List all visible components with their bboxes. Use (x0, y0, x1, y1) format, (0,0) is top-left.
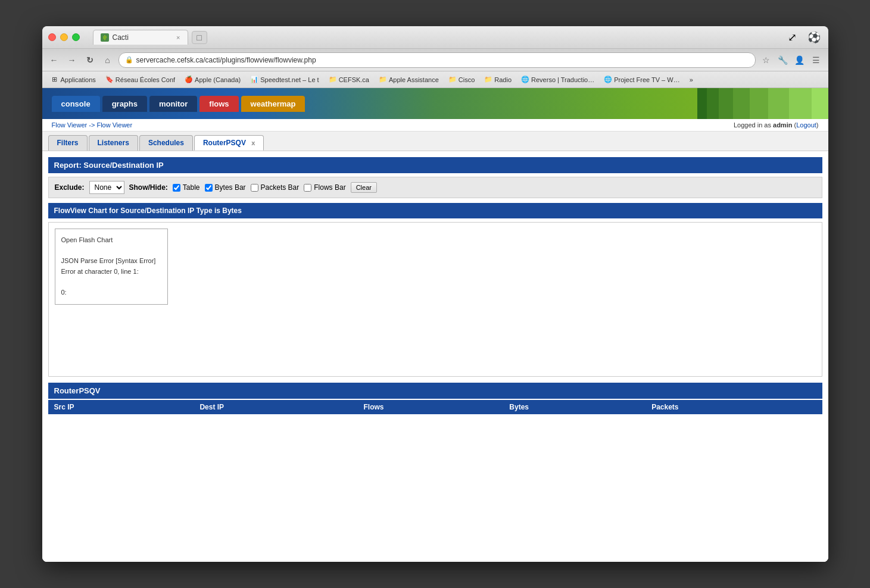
bookmark-cefsk[interactable]: 📁 CEFSK.ca (325, 74, 373, 85)
extension-icon[interactable]: 🔧 (776, 53, 790, 67)
bookmark-speedtest[interactable]: 📊 Speedtest.net – Le t (247, 74, 322, 85)
expand-icon[interactable]: ⤢ (784, 29, 801, 46)
cacti-header: console graphs monitor flows weathermap (42, 88, 828, 119)
tab-schedules[interactable]: Schedules (139, 135, 193, 151)
flash-line6: 0: (61, 287, 161, 298)
cacti-nav: console graphs monitor flows weathermap (52, 96, 305, 112)
new-tab-button[interactable]: □ (192, 31, 207, 44)
nav-monitor[interactable]: monitor (149, 96, 197, 112)
bytes-bar-checkbox-label[interactable]: Bytes Bar (205, 183, 246, 192)
bookmark-reseau[interactable]: 🔖 Réseau Écoles Conf (102, 74, 179, 85)
col-dest-ip: Dest IP (194, 400, 357, 414)
table-checkbox[interactable] (173, 184, 180, 192)
speedtest-icon: 📊 (250, 76, 258, 84)
exclude-label: Exclude: (55, 183, 85, 192)
nav-flows[interactable]: flows (199, 96, 238, 112)
header-decoration (697, 88, 828, 119)
menu-icon[interactable]: ☰ (809, 53, 824, 67)
exclude-select[interactable]: None (89, 181, 124, 194)
lock-icon: 🔒 (125, 56, 133, 64)
flash-line3: JSON Parse Error [Syntax Error] (61, 256, 161, 267)
url-text[interactable]: servercache.cefsk.ca/cacti/plugins/flowv… (136, 56, 316, 64)
address-bar-input[interactable]: 🔒 servercache.cefsk.ca/cacti/plugins/flo… (119, 52, 756, 68)
bookmark-label: Apple (Canada) (195, 76, 241, 83)
flows-bar-checkbox[interactable] (304, 184, 311, 192)
address-right-icons: ☆ 🔧 👤 ☰ (759, 53, 824, 67)
report-header: Report: Source/Destination IP (48, 157, 822, 173)
star-icon[interactable]: ☆ (759, 53, 774, 67)
table-section-header: RouterPSQV (48, 383, 822, 399)
applications-icon: ⊞ (51, 76, 59, 84)
home-button[interactable]: ⌂ (101, 53, 115, 67)
bookmark-label: Apple Assistance (389, 76, 439, 83)
reseau-icon: 🔖 (105, 76, 114, 84)
tab-close-icon[interactable]: × (176, 34, 180, 41)
packets-bar-checkbox[interactable] (251, 184, 258, 192)
bookmark-label: Applications (61, 76, 96, 83)
table-checkbox-label[interactable]: Table (173, 183, 200, 192)
browser-window: 🌵 Cacti × □ ⤢ ⚽ ← → ↻ ⌂ 🔒 servercache.ce… (42, 26, 828, 562)
bookmark-more[interactable]: » (686, 75, 697, 85)
col-src-ip: Src IP (48, 400, 194, 414)
bookmark-cisco[interactable]: 📁 Cisco (445, 74, 479, 85)
filter-bar: Exclude: None Show/Hide: Table Bytes Bar… (48, 177, 822, 198)
nav-console[interactable]: console (52, 96, 100, 112)
title-right-controls: ⤢ ⚽ (784, 29, 822, 46)
flash-line4: Error at character 0, line 1: (61, 267, 161, 277)
tab-routerpsqv[interactable]: RouterPSQV x (194, 135, 264, 151)
page-tab-row: Filters Listeners Schedules RouterPSQV x (42, 132, 828, 151)
tab-filters[interactable]: Filters (48, 135, 88, 151)
bookmark-label: Speedtest.net – Le t (260, 76, 319, 83)
maximize-button[interactable] (72, 33, 80, 41)
content-area: Report: Source/Destination IP Exclude: N… (42, 151, 828, 562)
tab-listeners[interactable]: Listeners (89, 135, 138, 151)
flows-bar-label: Flows Bar (314, 183, 345, 192)
more-icon: » (690, 76, 693, 83)
cefsk-icon: 📁 (329, 76, 337, 84)
bookmark-label: Project Free TV – W… (614, 76, 679, 83)
user-icon[interactable]: 👤 (793, 53, 807, 67)
nav-weathermap[interactable]: weathermap (241, 96, 305, 112)
bookmark-label: Radio (494, 76, 512, 83)
nav-graphs[interactable]: graphs (102, 96, 147, 112)
packets-bar-checkbox-label[interactable]: Packets Bar (251, 183, 300, 192)
apple-canada-icon: 🍎 (185, 76, 193, 84)
tab-routerpsqv-close-icon[interactable]: x (251, 139, 255, 146)
bytes-bar-checkbox[interactable] (205, 184, 213, 192)
col-packets: Packets (646, 400, 822, 414)
breadcrumb-right: Logged in as admin (Logout) (734, 121, 819, 129)
bookmark-project-free-tv[interactable]: 🌐 Project Free TV – W… (600, 74, 683, 85)
flash-line5 (61, 277, 161, 287)
breadcrumb-separator: -> (89, 121, 96, 129)
bookmark-label: Cisco (459, 76, 475, 83)
tab-filters-label: Filters (57, 139, 79, 147)
back-button[interactable]: ← (47, 53, 61, 67)
forward-button[interactable]: → (65, 53, 79, 67)
browser-tab[interactable]: 🌵 Cacti × (93, 30, 188, 45)
refresh-button[interactable]: ↻ (83, 53, 97, 67)
bytes-bar-label: Bytes Bar (215, 183, 246, 192)
breadcrumb-current: Flow Viewer (96, 121, 132, 129)
bookmark-label: Réseau Écoles Conf (116, 76, 175, 83)
address-bar: ← → ↻ ⌂ 🔒 servercache.cefsk.ca/cacti/plu… (42, 49, 828, 71)
logout-link[interactable]: Logout (796, 121, 816, 129)
close-button[interactable] (48, 33, 56, 41)
bookmark-apple-assistance[interactable]: 📁 Apple Assistance (375, 74, 442, 85)
chart-section-header: FlowView Chart for Source/Destination IP… (48, 203, 822, 218)
bookmark-apple-canada[interactable]: 🍎 Apple (Canada) (181, 74, 244, 85)
window-controls (48, 33, 80, 41)
data-table: Src IP Dest IP Flows Bytes Packets (48, 400, 822, 414)
apple-assistance-icon: 📁 (379, 76, 387, 84)
bookmark-reverso[interactable]: 🌐 Reverso | Traductio… (517, 74, 598, 85)
clear-button[interactable]: Clear (351, 182, 377, 193)
tab-listeners-label: Listeners (98, 139, 129, 147)
show-hide-label: Show/Hide: (129, 183, 168, 192)
bookmark-applications[interactable]: ⊞ Applications (47, 74, 99, 85)
cisco-icon: 📁 (448, 76, 457, 84)
soccer-ball-icon: ⚽ (806, 29, 822, 46)
minimize-button[interactable] (60, 33, 68, 41)
project-free-tv-icon: 🌐 (604, 76, 612, 84)
bookmark-radio[interactable]: 📁 Radio (481, 74, 515, 85)
breadcrumb-flow-viewer-link[interactable]: Flow Viewer (52, 121, 88, 129)
flows-bar-checkbox-label[interactable]: Flows Bar (304, 183, 345, 192)
